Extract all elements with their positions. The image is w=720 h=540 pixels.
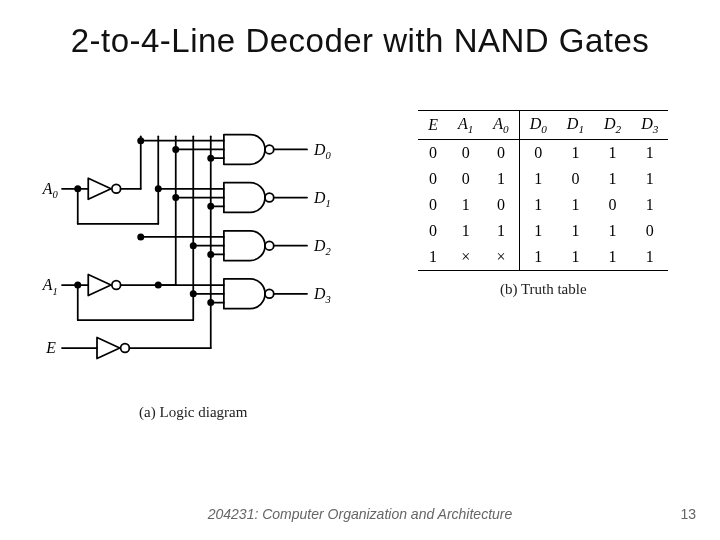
svg-point-13 [173, 195, 178, 200]
th-A0: A0 [483, 111, 519, 140]
label-D2: D2 [313, 237, 331, 257]
th-D3: D3 [631, 111, 668, 140]
nand-gate-icon [224, 135, 274, 165]
svg-point-19 [191, 243, 196, 248]
logic-diagram-panel: A0 A1 E [20, 110, 367, 480]
truth-table: E A1 A0 D0 D1 D2 D3 0000111 0011011 0101… [418, 110, 668, 271]
truth-table-panel: E A1 A0 D0 D1 D2 D3 0000111 0011011 0101… [387, 110, 701, 480]
not-gate-icon [88, 178, 111, 199]
th-D2: D2 [594, 111, 631, 140]
th-D1: D1 [557, 111, 594, 140]
svg-point-9 [208, 156, 213, 161]
svg-point-11 [156, 186, 161, 191]
th-E: E [418, 111, 448, 140]
label-D3: D3 [313, 285, 331, 305]
truth-table-header-row: E A1 A0 D0 D1 D2 D3 [418, 111, 668, 140]
svg-point-2 [265, 241, 274, 250]
slide-title: 2-to-4-Line Decoder with NAND Gates [0, 22, 720, 60]
label-A0: A0 [42, 180, 59, 200]
svg-point-1 [265, 193, 274, 202]
label-E: E [45, 339, 56, 356]
footer-text: 204231: Computer Organization and Archit… [0, 506, 720, 522]
truth-table-body: 0000111 0011011 0101101 0111110 1××1111 [418, 140, 668, 271]
table-row: 0101101 [418, 192, 668, 218]
nand-gate-icon [224, 183, 274, 213]
table-row: 1××1111 [418, 244, 668, 271]
not-bubble-icon [112, 281, 121, 290]
th-A1: A1 [448, 111, 483, 140]
svg-point-27 [208, 300, 213, 305]
truth-table-caption: (b) Truth table [500, 281, 587, 298]
table-row: 0000111 [418, 140, 668, 167]
nand-gate-icon [224, 231, 274, 261]
label-D1: D1 [313, 189, 331, 209]
diagram-caption: (a) Logic diagram [20, 404, 367, 421]
svg-point-3 [265, 289, 274, 298]
svg-point-17 [138, 234, 143, 239]
svg-point-5 [138, 138, 143, 143]
svg-point-15 [208, 204, 213, 209]
label-A1: A1 [42, 276, 58, 296]
svg-point-23 [156, 282, 161, 287]
page-number: 13 [680, 506, 696, 522]
label-D0: D0 [313, 141, 331, 161]
not-bubble-icon [112, 184, 121, 193]
slide: 2-to-4-Line Decoder with NAND Gates A0 A… [0, 0, 720, 540]
logic-diagram-svg: A0 A1 E [20, 110, 367, 390]
table-row: 0011011 [418, 166, 668, 192]
th-D0: D0 [519, 111, 557, 140]
svg-point-0 [265, 145, 274, 154]
not-gate-icon [97, 338, 120, 359]
not-gate-icon [88, 275, 111, 296]
nand-gate-icon [224, 279, 274, 309]
content-area: A0 A1 E [20, 110, 700, 480]
svg-point-7 [173, 147, 178, 152]
svg-point-25 [191, 291, 196, 296]
table-row: 0111110 [418, 218, 668, 244]
not-bubble-icon [121, 344, 130, 353]
svg-point-21 [208, 252, 213, 257]
